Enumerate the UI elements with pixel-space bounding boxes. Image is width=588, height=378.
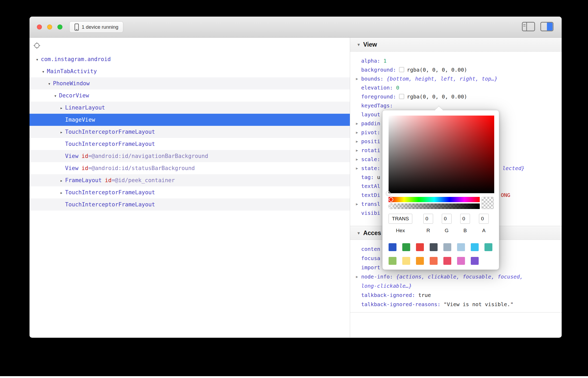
property-row[interactable]: ▶bounds:{bottom, height, left, right, to… <box>350 74 562 83</box>
property-value: 1 <box>383 58 386 64</box>
property-row[interactable]: ▶node-info:{actions, clickable, focusabl… <box>350 272 562 291</box>
target-crosshair-icon[interactable] <box>33 42 40 49</box>
view-class-name: TouchInterceptorFrameLayout <box>65 189 155 196</box>
color-swatch[interactable] <box>471 243 479 251</box>
chevron-down-icon: ▼ <box>357 226 361 240</box>
property-value-tail: ONG <box>501 191 510 200</box>
attribute-name: id <box>82 153 88 159</box>
color-checkbox[interactable] <box>399 94 404 99</box>
tree-row[interactable]: ▸LinearLayout <box>30 102 350 114</box>
disclosure-triangle-icon[interactable]: ▶ <box>356 128 358 137</box>
tree-row[interactable]: TouchInterceptorFrameLayout <box>30 138 350 150</box>
left-sidebar-icon <box>522 22 535 31</box>
chevron-expanded-icon[interactable]: ▾ <box>36 53 41 66</box>
property-name: textAl <box>361 183 380 189</box>
property-name: scale: <box>361 156 380 162</box>
color-swatch[interactable] <box>402 257 410 265</box>
attribute-name: id <box>105 177 111 183</box>
hex-input[interactable] <box>389 214 412 224</box>
color-swatch[interactable] <box>471 257 479 265</box>
channel-input-a[interactable] <box>479 214 489 224</box>
color-swatch[interactable] <box>430 243 438 251</box>
color-swatch[interactable] <box>484 243 492 251</box>
tree-row[interactable]: ▾DecorView <box>30 89 350 102</box>
minimize-button[interactable] <box>47 24 52 29</box>
chevron-collapsed-icon[interactable]: ▸ <box>60 175 65 187</box>
device-running-button[interactable]: 1 device running <box>69 21 123 33</box>
tree-row[interactable]: ▾PhoneWindow <box>30 77 350 89</box>
close-button[interactable] <box>37 24 42 29</box>
hue-knob[interactable] <box>389 197 393 202</box>
channel-label-r: R <box>423 228 433 233</box>
disclosure-triangle-icon[interactable]: ▶ <box>356 137 358 146</box>
channel-label-a: A <box>479 228 489 233</box>
chevron-collapsed-icon[interactable]: ▸ <box>60 102 65 114</box>
tree-row[interactable]: ▾MainTabActivity <box>30 65 350 77</box>
attribute-value: =@android:id/navigationBarBackground <box>88 153 208 159</box>
color-swatch[interactable] <box>416 257 424 265</box>
chevron-collapsed-icon[interactable]: ▸ <box>60 126 65 138</box>
channel-input-r[interactable] <box>423 214 433 224</box>
color-swatch[interactable] <box>457 243 465 251</box>
view-class-name: View <box>65 165 79 171</box>
color-swatch[interactable] <box>443 257 451 265</box>
property-name: layout <box>361 111 380 118</box>
color-swatch[interactable] <box>389 243 396 251</box>
zoom-button[interactable] <box>57 24 62 29</box>
color-swatch[interactable] <box>416 243 424 251</box>
chevron-expanded-icon[interactable]: ▾ <box>48 78 53 90</box>
color-swatch[interactable] <box>430 257 438 265</box>
disclosure-triangle-icon[interactable]: ▶ <box>356 164 358 173</box>
color-swatch[interactable] <box>457 257 465 265</box>
chevron-expanded-icon[interactable]: ▾ <box>42 66 47 78</box>
tree-row[interactable]: ▸TouchInterceptorFrameLayout <box>30 186 350 198</box>
property-row[interactable]: foreground:rgba(0, 0, 0, 0.00) <box>350 92 562 101</box>
hue-slider[interactable] <box>389 197 480 202</box>
color-swatch[interactable] <box>443 243 451 251</box>
property-row[interactable]: background:rgba(0, 0, 0, 0.00) <box>350 65 562 74</box>
color-swatch[interactable] <box>402 243 410 251</box>
property-row[interactable]: talkback-ignored:true <box>350 291 562 300</box>
channel-input-g[interactable] <box>442 214 452 224</box>
chevron-collapsed-icon[interactable]: ▸ <box>60 187 65 199</box>
tree-row[interactable]: ▾com.instagram.android <box>30 53 350 65</box>
saturation-knob[interactable] <box>386 191 390 196</box>
view-class-name: LinearLayout <box>65 105 105 111</box>
property-row[interactable]: alpha:1 <box>350 56 562 65</box>
toggle-right-panel-button[interactable] <box>540 22 553 32</box>
chevron-expanded-icon[interactable]: ▾ <box>54 90 59 102</box>
property-name: transl <box>361 201 380 207</box>
view-section-header[interactable]: ▼View <box>350 38 562 52</box>
tree-row[interactable]: Viewid=@android:id/statusBarBackground <box>30 162 350 174</box>
property-name: pivot: <box>361 129 380 136</box>
color-checkbox[interactable] <box>399 67 404 72</box>
property-row[interactable]: elevation:0 <box>350 83 562 92</box>
alpha-knob[interactable] <box>389 204 393 208</box>
hierarchy-toolbar <box>30 38 350 53</box>
disclosure-triangle-icon[interactable]: ▶ <box>356 119 358 128</box>
tree-row[interactable]: ImageView <box>30 114 350 126</box>
color-swatch[interactable] <box>389 257 396 265</box>
swatch-palette-row-2 <box>389 257 479 265</box>
toggle-left-panel-button[interactable] <box>522 22 535 32</box>
disclosure-triangle-icon[interactable]: ▶ <box>356 272 358 281</box>
property-name: keyedTags: <box>361 102 393 109</box>
disclosure-triangle-icon[interactable]: ▶ <box>356 146 358 155</box>
tree-row[interactable]: Viewid=@android:id/navigationBarBackgrou… <box>30 150 350 162</box>
tree-row[interactable]: ▸FrameLayoutid=@id/peek_container <box>30 174 350 186</box>
property-row[interactable]: keyedTags: <box>350 101 562 110</box>
property-row[interactable]: talkback-ignored-reasons:"View is not vi… <box>350 300 562 309</box>
tree-row[interactable]: ▸TouchInterceptorFrameLayout <box>30 126 350 138</box>
view-hierarchy-tree: ▾com.instagram.android▾MainTabActivity▾P… <box>30 53 350 211</box>
disclosure-triangle-icon[interactable]: ▶ <box>356 155 358 164</box>
disclosure-triangle-icon[interactable]: ▶ <box>356 74 358 83</box>
panel-bottom-divider <box>350 312 562 312</box>
saturation-brightness-area[interactable] <box>389 116 494 193</box>
view-class-name: MainTabActivity <box>47 68 97 74</box>
alpha-slider[interactable] <box>389 203 480 209</box>
view-section-title: View <box>363 41 377 48</box>
attribute-value: =@id/peek_container <box>111 177 175 183</box>
tree-row[interactable]: TouchInterceptorFrameLayout <box>30 198 350 211</box>
disclosure-triangle-icon[interactable]: ▶ <box>356 200 358 208</box>
channel-input-b[interactable] <box>460 214 470 224</box>
